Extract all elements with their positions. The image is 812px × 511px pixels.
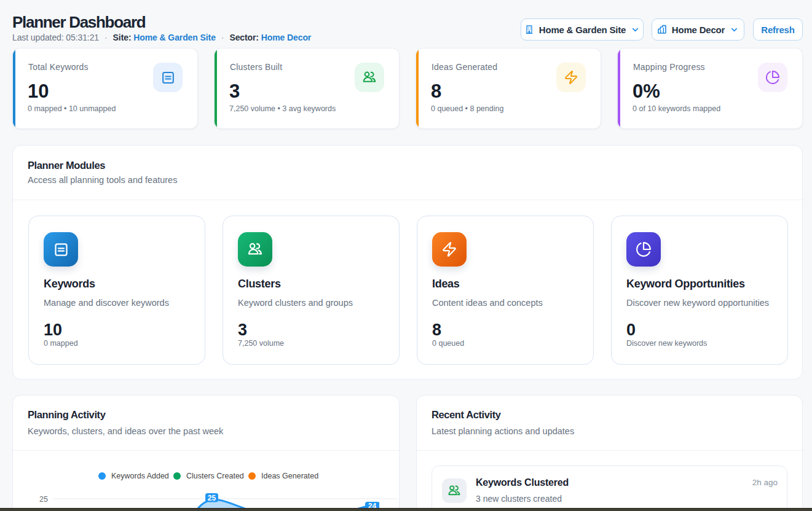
- svg-text:25: 25: [39, 495, 48, 504]
- svg-text:25: 25: [208, 494, 216, 502]
